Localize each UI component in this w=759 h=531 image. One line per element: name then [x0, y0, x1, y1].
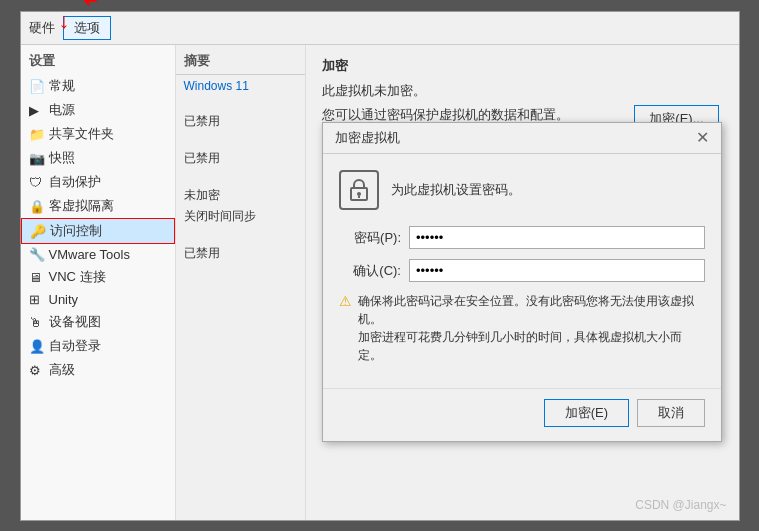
sidebar-item-auto-login[interactable]: 👤 自动登录 — [21, 334, 175, 358]
content-area: 设置 📄 常规 ▶ 电源 📁 共享文件夹 📷 快照 🛡 自动保护 — [21, 45, 739, 520]
advanced-icon: ⚙ — [29, 363, 45, 377]
sidebar-item-power[interactable]: ▶ 电源 — [21, 98, 175, 122]
summary-windows11: Windows 11 — [176, 77, 305, 95]
dialog-title: 加密虚拟机 — [335, 129, 400, 147]
summary-unity: 已禁用 — [176, 243, 305, 264]
sidebar-item-snapshot[interactable]: 📷 快照 — [21, 146, 175, 170]
toolbar: 硬件 选项 ➜ ↓ — [21, 12, 739, 45]
warning-icon: ⚠ — [339, 293, 352, 309]
password-label: 密码(P): — [339, 229, 409, 247]
guest-icon: 🔒 — [29, 199, 45, 213]
summary-auto-protect: 已禁用 — [176, 148, 305, 169]
folder-icon: 📁 — [29, 127, 45, 141]
sidebar-item-access-label: 访问控制 — [50, 222, 102, 240]
camera-icon: 📷 — [29, 151, 45, 165]
dialog-footer: 加密(E) 取消 — [323, 388, 721, 441]
doc-icon: 📄 — [29, 79, 45, 93]
device-icon: 🖱 — [29, 315, 45, 329]
summary-shared: 已禁用 — [176, 111, 305, 132]
sidebar-item-shared-folders[interactable]: 📁 共享文件夹 — [21, 122, 175, 146]
sidebar-item-vmware-tools[interactable]: 🔧 VMware Tools — [21, 244, 175, 265]
confirm-input[interactable] — [409, 259, 705, 282]
tools-icon: 🔧 — [29, 247, 45, 261]
warning-line1: 确保将此密码记录在安全位置。没有此密码您将无法使用该虚拟机。 — [358, 292, 705, 328]
sidebar-item-auto-login-label: 自动登录 — [49, 337, 101, 355]
play-icon: ▶ — [29, 103, 45, 117]
arrow-top: ↓ — [59, 8, 70, 34]
arrow-indicator-top: ➜ — [83, 0, 98, 12]
sidebar-item-general-label: 常规 — [49, 77, 75, 95]
encrypt-dialog: 加密虚拟机 ✕ — [322, 122, 722, 442]
main-window: 硬件 选项 ➜ ↓ 设置 📄 常规 ▶ 电源 📁 共享文件夹 📷 快照 — [20, 11, 740, 521]
sidebar-item-auto-protect-label: 自动保护 — [49, 173, 101, 191]
password-input[interactable] — [409, 226, 705, 249]
sidebar-item-guest-isolation[interactable]: 🔒 客虚拟隔离 — [21, 194, 175, 218]
hardware-label: 硬件 — [29, 19, 55, 37]
sidebar-item-shared-label: 共享文件夹 — [49, 125, 114, 143]
sidebar-item-advanced[interactable]: ⚙ 高级 — [21, 358, 175, 382]
summary-snapshot — [176, 132, 305, 148]
sidebar-item-unity[interactable]: ⊞ Unity — [21, 289, 175, 310]
sidebar-item-device-view[interactable]: 🖱 设备视图 — [21, 310, 175, 334]
dialog-close-button[interactable]: ✕ — [696, 130, 709, 146]
lock-icon — [339, 170, 379, 210]
sidebar-item-vmware-tools-label: VMware Tools — [49, 247, 130, 262]
shield-icon: 🛡 — [29, 175, 45, 189]
dialog-body: 为此虚拟机设置密码。 密码(P): 确认(C): ⚠ — [323, 154, 721, 388]
confirm-label: 确认(C): — [339, 262, 409, 280]
dialog-header-row: 为此虚拟机设置密码。 — [339, 170, 705, 210]
summary-vmware: 关闭时间同步 — [176, 206, 305, 227]
summary-guest — [176, 169, 305, 185]
summary-power — [176, 95, 305, 111]
password-row: 密码(P): — [339, 226, 705, 249]
warning-line2: 加密进程可花费几分钟到几小时的时间，具体视虚拟机大小而定。 — [358, 328, 705, 364]
dialog-desc: 为此虚拟机设置密码。 — [391, 181, 521, 199]
summary-access: 未加密 — [176, 185, 305, 206]
summary-pane: 摘要 Windows 11 已禁用 已禁用 未加密 关闭时间同步 已禁用 — [176, 45, 306, 520]
sidebar-item-advanced-label: 高级 — [49, 361, 75, 379]
sidebar-item-access-control[interactable]: 🔑 访问控制 — [21, 218, 175, 244]
unity-icon: ⊞ — [29, 292, 45, 306]
summary-col-header: 摘要 — [176, 49, 305, 75]
summary-vnc — [176, 227, 305, 243]
detail-pane: 加密 此虚拟机未加密。 您可以通过密码保护虚拟机的数据和配置。 ➜ 加密(E).… — [306, 45, 739, 520]
dialog-encrypt-button[interactable]: 加密(E) — [544, 399, 629, 427]
vnc-icon: 🖥 — [29, 270, 45, 284]
sidebar-item-unity-label: Unity — [49, 292, 79, 307]
dialog-titlebar: 加密虚拟机 ✕ — [323, 123, 721, 154]
sidebar-item-snapshot-label: 快照 — [49, 149, 75, 167]
sidebar-item-power-label: 电源 — [49, 101, 75, 119]
sidebar-item-vnc-label: VNC 连接 — [49, 268, 106, 286]
sidebar-item-guest-label: 客虚拟隔离 — [49, 197, 114, 215]
options-button[interactable]: 选项 — [63, 16, 111, 40]
sidebar: 设置 📄 常规 ▶ 电源 📁 共享文件夹 📷 快照 🛡 自动保护 — [21, 45, 176, 520]
dialog-cancel-button[interactable]: 取消 — [637, 399, 705, 427]
confirm-row: 确认(C): — [339, 259, 705, 282]
svg-point-1 — [357, 192, 361, 196]
sidebar-item-general[interactable]: 📄 常规 — [21, 74, 175, 98]
warning-row: ⚠ 确保将此密码记录在安全位置。没有此密码您将无法使用该虚拟机。 加密进程可花费… — [339, 292, 705, 364]
settings-col-header: 设置 — [21, 49, 175, 74]
key-icon: 🔑 — [30, 224, 46, 238]
warning-text: 确保将此密码记录在安全位置。没有此密码您将无法使用该虚拟机。 加密进程可花费几分… — [358, 292, 705, 364]
sidebar-item-device-label: 设备视图 — [49, 313, 101, 331]
sidebar-item-vnc[interactable]: 🖥 VNC 连接 — [21, 265, 175, 289]
sidebar-item-auto-protect[interactable]: 🛡 自动保护 — [21, 170, 175, 194]
dialog-overlay: 加密虚拟机 ✕ — [306, 45, 739, 520]
login-icon: 👤 — [29, 339, 45, 353]
